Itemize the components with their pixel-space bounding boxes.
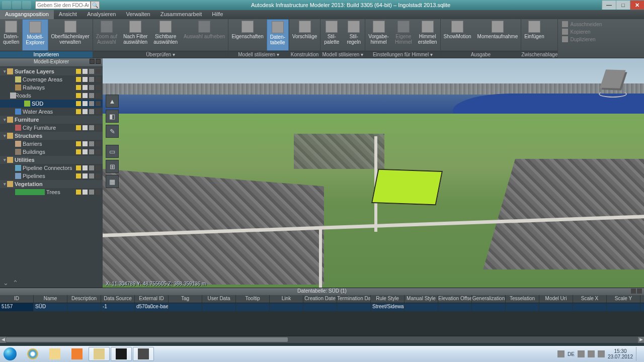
visibility-icon[interactable] <box>76 101 81 106</box>
style-icon[interactable] <box>89 69 94 74</box>
fdo-search-input[interactable] <box>35 1 91 9</box>
style-icon[interactable] <box>89 165 94 170</box>
style-icon[interactable] <box>89 85 94 90</box>
col-header[interactable]: Tag <box>169 295 202 303</box>
dropdown-icon[interactable] <box>96 93 101 98</box>
ribbon-button[interactable]: Vorgabe-himmel <box>365 19 392 51</box>
maximize-button[interactable]: □ <box>616 1 630 10</box>
close-button[interactable]: ✕ <box>630 1 644 10</box>
scroll-thumb[interactable] <box>6 337 288 342</box>
visibility-icon[interactable] <box>76 190 81 195</box>
cell[interactable] <box>202 303 236 311</box>
nav-tool[interactable]: ⊞ <box>106 160 119 173</box>
ribbon-button[interactable]: Stil-palette <box>320 19 343 51</box>
style-icon[interactable] <box>89 125 94 130</box>
cell[interactable] <box>236 303 270 311</box>
visibility-icon[interactable] <box>76 141 81 146</box>
col-header[interactable]: Scale Y <box>607 295 640 303</box>
h-scrollbar[interactable]: ◀ ▶ <box>0 336 644 343</box>
tree-node[interactable]: Barriers <box>0 140 103 148</box>
visibility-icon[interactable] <box>76 109 81 114</box>
3d-viewport[interactable]: ▲ ◧ ✎ ▭ ⊞ ▦ X: 11.304789 Y: 48.755605 Z:… <box>103 58 644 288</box>
lock-icon[interactable] <box>83 77 88 82</box>
style-icon[interactable] <box>89 190 94 195</box>
tray-icon[interactable] <box>557 350 565 357</box>
ribbon-button[interactable]: Momentaufnahme <box>474 19 521 51</box>
edit-tool[interactable]: ✎ <box>106 125 119 138</box>
menu-tab[interactable]: Ansicht <box>54 10 82 19</box>
select-tool[interactable]: ▲ <box>106 95 119 108</box>
dropdown-icon[interactable] <box>96 85 101 90</box>
cell[interactable] <box>438 303 472 311</box>
visibility-icon[interactable] <box>76 93 81 98</box>
tree-node[interactable]: ▾Structures <box>0 132 103 140</box>
lock-icon[interactable] <box>83 149 88 154</box>
visibility-icon[interactable] <box>76 165 81 170</box>
ribbon-button[interactable]: Zoom aufAuswahl <box>93 19 120 51</box>
col-header[interactable]: Tooltip <box>236 295 270 303</box>
dropdown-icon[interactable] <box>96 173 101 178</box>
cell[interactable] <box>573 303 607 311</box>
collapse-all-icon[interactable]: ⌄ <box>3 279 9 287</box>
taskbar-aim[interactable] <box>111 347 132 361</box>
app-menu-button[interactable] <box>2 1 11 9</box>
visibility-icon[interactable] <box>76 85 81 90</box>
dropdown-icon[interactable] <box>96 165 101 170</box>
menu-tab[interactable]: Verwalten <box>121 10 155 19</box>
ribbon-button[interactable]: Modell-Explorer <box>22 19 48 51</box>
tree-node[interactable]: Water Areas <box>0 108 103 116</box>
col-header[interactable]: User Data <box>202 295 236 303</box>
menu-tab[interactable]: Hilfe <box>207 10 228 19</box>
tree-node[interactable]: ▾Furniture <box>0 116 103 124</box>
visibility-icon[interactable] <box>76 149 81 154</box>
col-header[interactable]: Generalization <box>472 295 506 303</box>
ribbon-button[interactable]: Stil-regeln <box>343 19 365 51</box>
ribbon-button[interactable]: Eigenschaften <box>228 19 266 51</box>
table-row[interactable]: 5157SÜD-1d570a0ce-bae…Street/Sidewal… <box>0 303 644 311</box>
lock-icon[interactable] <box>83 93 88 98</box>
tree-node[interactable]: Buildings <box>0 148 103 156</box>
taskbar-ie[interactable] <box>22 347 43 361</box>
cell[interactable]: d570a0ce-bae… <box>135 303 169 311</box>
ribbon-button[interactable]: Daten-quellen <box>0 19 22 51</box>
lock-icon[interactable] <box>83 165 88 170</box>
view-cube[interactable] <box>596 67 630 99</box>
taskbar-folder[interactable] <box>89 347 110 361</box>
expand-all-icon[interactable]: ⌃ <box>13 279 18 287</box>
cell[interactable] <box>539 303 573 311</box>
ribbon-button[interactable]: EigeneHimmel <box>392 19 415 51</box>
cell[interactable]: Street/Sidewal… <box>371 303 405 311</box>
tree-node[interactable]: Railways <box>0 83 103 92</box>
cell[interactable]: 5157 <box>0 303 34 311</box>
ribbon-button[interactable]: ShowMotion <box>441 19 474 51</box>
cell[interactable]: SÜD <box>34 303 67 311</box>
volume-icon[interactable] <box>598 350 605 357</box>
ribbon-button[interactable]: Nach Filterauswählen <box>120 19 150 51</box>
dt-pin-icon[interactable] <box>631 289 636 294</box>
visibility-icon[interactable] <box>76 125 81 130</box>
dropdown-icon[interactable] <box>96 109 101 114</box>
style-icon[interactable] <box>89 77 94 82</box>
col-header[interactable]: Data Source <box>101 295 135 303</box>
col-header[interactable]: Name <box>34 295 67 303</box>
style-icon[interactable] <box>89 93 94 98</box>
col-header[interactable]: Rule Style <box>371 295 405 303</box>
style-icon[interactable] <box>89 141 94 146</box>
taskbar-app2[interactable] <box>133 347 154 361</box>
camera-tool[interactable]: ▦ <box>106 175 119 188</box>
lock-icon[interactable] <box>83 125 88 130</box>
tree-node[interactable]: ▾Utilities <box>0 156 103 164</box>
clock[interactable]: 15:3023.07.2012 <box>608 348 633 359</box>
menu-tab[interactable]: Zusammenarbeit <box>155 10 207 19</box>
tree-node[interactable]: ▾Vegetation <box>0 180 103 188</box>
tree-node[interactable]: ▾Surface Layers <box>0 67 103 75</box>
col-header[interactable]: Manual Style <box>405 295 438 303</box>
col-header[interactable]: Model Uri <box>539 295 573 303</box>
ribbon-button[interactable]: Himmelerstellen <box>415 19 440 51</box>
panel-close-icon[interactable] <box>96 59 101 64</box>
input-lang[interactable]: DE <box>568 351 575 357</box>
cell[interactable] <box>472 303 506 311</box>
lock-icon[interactable] <box>83 109 88 114</box>
dropdown-icon[interactable] <box>96 190 101 195</box>
col-header[interactable]: Scale X <box>573 295 607 303</box>
